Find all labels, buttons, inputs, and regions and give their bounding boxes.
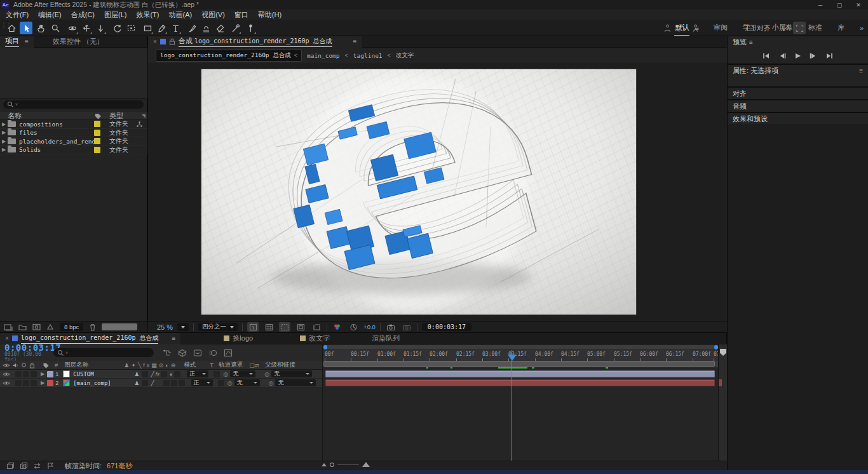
audio-cell[interactable]: [15, 380, 22, 386]
switch-cell[interactable]: [161, 371, 167, 377]
preserve-transparency-cell[interactable]: [218, 380, 224, 386]
workspace-review[interactable]: 审阅: [713, 20, 728, 35]
brush-tool-icon[interactable]: [186, 22, 198, 34]
timeline-tab-swap-logo[interactable]: 换logo: [219, 333, 258, 344]
rotation-tool-icon[interactable]: [111, 22, 123, 34]
workspace-standard[interactable]: 标准: [808, 20, 823, 35]
menu-animation[interactable]: 动画(A): [169, 10, 193, 20]
video-eye-icon[interactable]: [3, 371, 10, 377]
twirl-icon[interactable]: ▶: [41, 380, 44, 386]
menu-window[interactable]: 窗口: [234, 10, 248, 20]
switch-cell[interactable]: [171, 380, 177, 386]
navigator-start-handle[interactable]: [323, 345, 327, 349]
project-search-input[interactable]: ˅: [3, 100, 144, 109]
twirl-icon[interactable]: ▶: [0, 121, 8, 127]
exposure-value[interactable]: +0.0: [363, 323, 376, 330]
motion-blur-switch[interactable]: ◐: [170, 371, 173, 377]
channel-rgb-icon[interactable]: [332, 322, 343, 332]
parent-dropdown[interactable]: 无: [271, 370, 312, 377]
layer-bar-main-comp[interactable]: [325, 379, 715, 386]
hand-tool-icon[interactable]: [34, 22, 47, 34]
column-type[interactable]: 类型: [109, 111, 135, 121]
lock-cell[interactable]: [31, 380, 37, 386]
breadcrumb-tagline1[interactable]: tagline1: [353, 52, 383, 59]
menu-view[interactable]: 视图(V): [201, 10, 225, 20]
track-matte-dropdown[interactable]: 无: [234, 379, 260, 386]
playhead-handle[interactable]: [508, 355, 517, 361]
audio-speaker-icon[interactable]: [12, 362, 19, 369]
timeline-navigator[interactable]: [323, 345, 718, 349]
eraser-tool-icon[interactable]: [214, 22, 226, 34]
workspace-overflow-icon[interactable]: »: [859, 22, 864, 34]
composition-viewer[interactable]: e e e e: [148, 63, 727, 321]
panel-menu-icon[interactable]: ≡: [859, 67, 863, 74]
audio-panel-header[interactable]: 音频: [728, 100, 868, 112]
timeline-track-area[interactable]: 00f 00:15f 01:00f 01:15f 02:00f 02:15f 0…: [322, 344, 718, 470]
zoom-out-mountain-icon[interactable]: [322, 463, 327, 466]
mini-flowchart-icon[interactable]: [163, 349, 172, 357]
layer-switches-columns[interactable]: ♟✦╲fx▦⊘◐⊕: [124, 362, 177, 369]
breadcrumb-edit-text[interactable]: 改文字: [396, 51, 414, 60]
lock-icon[interactable]: [29, 362, 35, 369]
video-eye-icon[interactable]: [3, 362, 10, 369]
label-color-chip[interactable]: [94, 130, 100, 136]
mode-column[interactable]: 模式: [184, 361, 196, 369]
motion-blur-icon[interactable]: [208, 349, 217, 357]
project-row-placeholders[interactable]: ▶ placeholders_and_render2160p 文件夹: [0, 137, 147, 146]
breadcrumb-main-comp[interactable]: main_comp: [307, 52, 339, 59]
workspace-libraries[interactable]: 库: [837, 20, 845, 35]
magnification-value[interactable]: 25 %: [157, 323, 173, 331]
menu-file[interactable]: 文件(F): [6, 10, 29, 20]
resolution-dropdown[interactable]: 四分之一: [198, 323, 238, 331]
effects-presets-panel-header[interactable]: 效果和预设: [728, 113, 868, 125]
quality-best-switch[interactable]: ╱: [151, 371, 154, 377]
label-color-chip[interactable]: [94, 138, 100, 144]
magnification-dropdown[interactable]: [177, 323, 189, 331]
axis-local-icon[interactable]: [661, 22, 674, 34]
clone-stamp-tool-icon[interactable]: [200, 22, 212, 34]
comp-marker-bin-icon[interactable]: [720, 349, 726, 356]
playhead-line[interactable]: [512, 350, 512, 470]
selection-tool-icon[interactable]: [20, 22, 32, 34]
solo-icon[interactable]: [21, 362, 27, 368]
index-column[interactable]: #: [55, 362, 58, 369]
pan-camera-tool-icon[interactable]: [80, 22, 93, 34]
draft-3d-icon[interactable]: [178, 349, 187, 357]
menu-layer[interactable]: 图层(L): [104, 10, 126, 20]
window-close-button[interactable]: ✕: [849, 0, 868, 10]
tab-project[interactable]: 项目 ≡: [0, 36, 34, 48]
menu-composition[interactable]: 合成(C): [71, 10, 95, 20]
parent-link-column[interactable]: 父级和链接: [265, 361, 295, 369]
bit-depth-button[interactable]: 8 bpc: [60, 323, 83, 331]
layer-label-chip[interactable]: [47, 380, 53, 386]
layer-row-custom[interactable]: ▶ 1 CUSTOM ♟ ╱ fx ◐ 正 ◎ 无 ◎ 无: [0, 370, 322, 379]
camera-tool-icon[interactable]: [125, 22, 137, 34]
project-column-header[interactable]: 名称 类型: [0, 112, 147, 120]
workspace-default[interactable]: 默认: [674, 20, 689, 36]
shy-layers-icon[interactable]: [193, 349, 202, 357]
window-maximize-button[interactable]: ▢: [830, 0, 849, 10]
layer-row-main-comp[interactable]: ▶ 2 [main_comp] ♟ ╱ 正 ◎ 无 ◎ 无: [0, 379, 322, 388]
twirl-icon[interactable]: ▶: [0, 147, 8, 152]
home-icon[interactable]: [5, 22, 18, 34]
menu-edit[interactable]: 编辑(E): [38, 10, 62, 20]
panel-menu-icon[interactable]: ≡: [749, 39, 753, 46]
label-color-chip[interactable]: [94, 147, 100, 153]
solo-cell[interactable]: [23, 380, 29, 386]
first-frame-button[interactable]: [763, 53, 770, 59]
twirl-icon[interactable]: ▶: [0, 130, 8, 135]
project-row-solids[interactable]: ▶ Solids 文件夹: [0, 146, 147, 155]
switch-cell[interactable]: [163, 380, 170, 386]
panel-menu-icon[interactable]: ≡: [25, 38, 29, 45]
panel-menu-icon[interactable]: ≡: [353, 38, 357, 45]
window-minimize-button[interactable]: ─: [811, 0, 830, 10]
lock-cell[interactable]: [31, 371, 37, 377]
label-column-icon[interactable]: [43, 362, 50, 369]
switch-cell[interactable]: [179, 380, 185, 386]
zoom-slider-knob[interactable]: [330, 463, 334, 467]
show-snapshot-icon[interactable]: [401, 322, 412, 332]
zoom-slider-track[interactable]: [337, 464, 359, 465]
timeline-search-input[interactable]: ˅: [53, 348, 154, 357]
blend-flags-icons[interactable]: ▢⧄: [249, 362, 259, 369]
layer-bar-custom[interactable]: [325, 370, 715, 377]
